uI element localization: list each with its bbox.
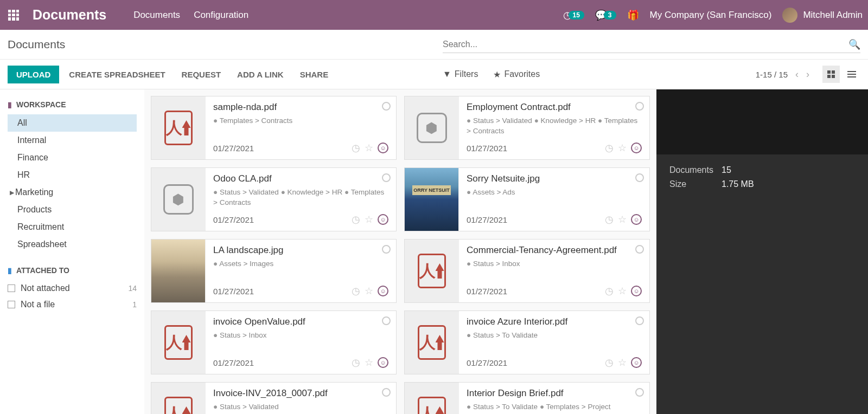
sidebar-item-all[interactable]: All	[8, 114, 137, 132]
pager-next-icon[interactable]: ›	[806, 69, 809, 80]
pdf-icon: 人	[418, 397, 446, 414]
owner-avatar-icon[interactable]: ☺	[631, 143, 642, 153]
details-label: Documents	[669, 165, 722, 175]
controlbar: Documents 🔍	[0, 30, 868, 60]
star-icon[interactable]: ☆	[618, 142, 627, 154]
messages-badge: 3	[604, 11, 616, 20]
document-card[interactable]: ⬢Employment Contract.pdfStatus > Validat…	[404, 96, 650, 160]
select-radio[interactable]	[382, 388, 391, 397]
sidebar-item-hr[interactable]: HR	[8, 166, 137, 184]
owner-avatar-icon[interactable]: ☺	[631, 286, 642, 296]
document-card[interactable]: 人invoice OpenValue.pdfStatus > Inbox01/2…	[151, 310, 397, 374]
document-tags: Status > Inbox	[467, 259, 642, 269]
nav-documents[interactable]: Documents	[133, 10, 180, 21]
sidebar-item-spreadsheet[interactable]: Spreadsheet	[8, 236, 137, 253]
clock-icon[interactable]: ◷	[605, 214, 614, 225]
activity-icon[interactable]: ◷15	[563, 9, 584, 21]
details-row: Size1.75 MB	[669, 179, 855, 189]
star-icon[interactable]: ☆	[365, 357, 373, 368]
page-title: Documents	[8, 38, 65, 51]
search-icon[interactable]: 🔍	[848, 38, 860, 50]
sidebar-item-marketing[interactable]: ▶Marketing	[8, 184, 137, 201]
clock-icon[interactable]: ◷	[605, 357, 614, 368]
clock-icon[interactable]: ◷	[605, 285, 614, 297]
document-title: Employment Contract.pdf	[467, 102, 642, 113]
apps-icon[interactable]	[5, 7, 22, 23]
document-card[interactable]: 人invoice Azure Interior.pdfStatus > To V…	[404, 310, 650, 374]
star-icon[interactable]: ☆	[365, 142, 373, 154]
document-card[interactable]: 人Invoice-INV_2018_0007.pdfStatus > Valid…	[151, 382, 397, 414]
tag: Status > Validated	[467, 117, 532, 125]
document-card[interactable]: 人Interior Design Brief.pdfStatus > To Va…	[404, 382, 650, 414]
pager-prev-icon[interactable]: ‹	[795, 69, 799, 80]
document-card[interactable]: ⬢Odoo CLA.pdfStatus > Validated Knowledg…	[151, 167, 397, 231]
messages-icon[interactable]: 💬3	[595, 9, 616, 21]
request-button[interactable]: REQUEST	[182, 70, 221, 79]
share-button[interactable]: SHARE	[300, 70, 329, 79]
star-icon[interactable]: ☆	[365, 214, 373, 225]
owner-avatar-icon[interactable]: ☺	[378, 357, 388, 368]
owner-avatar-icon[interactable]: ☺	[631, 357, 642, 368]
sidebar-item-recruitment[interactable]: Recruitment	[8, 218, 137, 236]
select-radio[interactable]	[382, 316, 391, 325]
select-radio[interactable]	[635, 173, 644, 182]
create-spreadsheet-button[interactable]: CREATE SPREADSHEET	[69, 70, 165, 79]
clock-icon[interactable]: ◷	[605, 142, 614, 154]
document-card[interactable]: LA landscape.jpgAssets > Images01/27/202…	[151, 239, 397, 303]
star-icon[interactable]: ☆	[618, 285, 627, 297]
star-icon[interactable]: ☆	[618, 357, 627, 368]
pdf-icon: 人	[164, 325, 193, 360]
select-radio[interactable]	[635, 316, 644, 325]
avatar	[782, 8, 797, 23]
clock-icon[interactable]: ◷	[352, 142, 360, 154]
pdf-icon: 人	[164, 397, 193, 414]
search-input[interactable]	[443, 36, 848, 53]
tag: Assets > Images	[213, 260, 273, 268]
select-radio[interactable]	[382, 102, 391, 111]
document-date: 01/27/2021	[213, 287, 254, 296]
clock-icon[interactable]: ◷	[352, 357, 360, 368]
nav-configuration[interactable]: Configuration	[194, 10, 248, 21]
document-card[interactable]: 人Commercial-Tenancy-Agreement.pdfStatus …	[404, 239, 650, 303]
tag: Status > Inbox	[467, 260, 520, 268]
filters-button[interactable]: ▼ Filters	[443, 69, 478, 79]
filter-not-attached[interactable]: Not attached14	[8, 280, 137, 296]
sidebar-item-internal[interactable]: Internal	[8, 132, 137, 149]
document-card[interactable]: ORRY NETSUITSorry Netsuite.jpgAssets > A…	[404, 167, 650, 231]
owner-avatar-icon[interactable]: ☺	[378, 286, 388, 296]
sidebar-item-products[interactable]: Products	[8, 201, 137, 218]
sidebar-item-finance[interactable]: Finance	[8, 149, 137, 166]
sidebar-item-label: Spreadsheet	[17, 240, 67, 249]
list-view-button[interactable]	[843, 66, 860, 83]
owner-avatar-icon[interactable]: ☺	[631, 214, 642, 225]
owner-avatar-icon[interactable]: ☺	[378, 214, 388, 225]
star-icon[interactable]: ☆	[365, 285, 373, 297]
add-link-button[interactable]: ADD A LINK	[237, 70, 284, 79]
checkbox-icon[interactable]	[8, 284, 15, 292]
checkbox-icon[interactable]	[8, 301, 15, 308]
filter-not-a-file[interactable]: Not a file1	[8, 296, 137, 313]
user-menu[interactable]: Mitchell Admin	[782, 8, 863, 23]
folder-icon: ▮	[8, 100, 12, 109]
star-icon[interactable]: ☆	[618, 214, 627, 225]
document-card[interactable]: 人sample-nda.pdfTemplates > Contracts01/2…	[151, 96, 397, 160]
gift-icon[interactable]: 🎁	[627, 9, 639, 21]
sidebar-item-label: HR	[17, 170, 30, 180]
clock-icon[interactable]: ◷	[352, 214, 360, 225]
select-radio[interactable]	[635, 102, 644, 111]
favorites-button[interactable]: ★ Favorites	[493, 69, 540, 80]
clock-icon[interactable]: ◷	[352, 285, 360, 297]
company-selector[interactable]: My Company (San Francisco)	[650, 10, 772, 21]
owner-avatar-icon[interactable]: ☺	[378, 143, 388, 153]
filter-label: Not a file	[21, 300, 55, 309]
select-radio[interactable]	[635, 245, 644, 254]
select-radio[interactable]	[382, 173, 391, 182]
select-radio[interactable]	[382, 245, 391, 254]
upload-button[interactable]: UPLOAD	[8, 66, 59, 83]
card-thumbnail: 人	[405, 383, 459, 414]
card-thumbnail	[151, 240, 206, 302]
select-radio[interactable]	[635, 388, 644, 397]
kanban-view-button[interactable]	[822, 66, 840, 83]
tag: Status > Inbox	[213, 331, 267, 339]
search-area: 🔍	[443, 36, 860, 53]
